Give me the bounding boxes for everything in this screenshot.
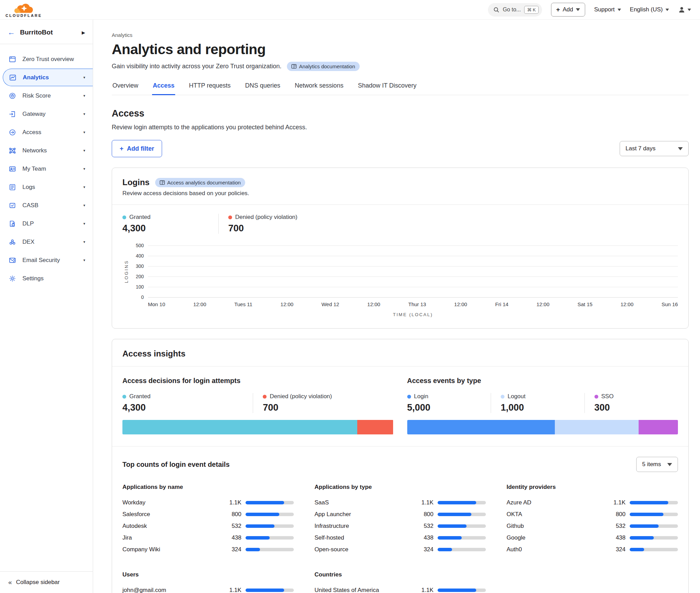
row-value: 1.1K (413, 587, 433, 593)
tab-http-requests[interactable]: HTTP requests (188, 82, 231, 95)
table-row[interactable]: Open-source324 (314, 544, 486, 555)
legend-value: 700 (263, 402, 383, 413)
tab-shadow-it-discovery[interactable]: Shadow IT Discovery (357, 82, 417, 95)
table-row[interactable]: Google438 (507, 532, 678, 544)
expand-right-icon[interactable]: ▶ (82, 30, 85, 35)
x-axis-title: TIME (LOCAL) (148, 312, 678, 317)
row-progress-fill (630, 501, 668, 504)
table-row[interactable]: Salesforce800 (122, 509, 294, 520)
table-row[interactable]: Azure AD1.1K (507, 497, 678, 509)
add-button[interactable]: + Add (551, 3, 585, 17)
sidebar-item-dex[interactable]: DEX▼ (0, 233, 93, 251)
x-tick-label: 12:00 (454, 301, 467, 307)
denied-legend: Denied (policy violation) 700 (218, 214, 308, 234)
language-label: English (US) (630, 6, 663, 13)
plus-icon: + (556, 6, 560, 13)
search-shortcut-badge: ⌘ K (524, 6, 538, 14)
sidebar-item-label: Email Security (22, 257, 77, 264)
collapse-sidebar-button[interactable]: « Collapse sidebar (0, 571, 93, 593)
table-row[interactable]: Auth0324 (507, 544, 678, 555)
table-row[interactable]: Company Wiki324 (122, 544, 294, 555)
my-team-icon (8, 165, 17, 173)
y-tick-label: 400 (130, 253, 144, 259)
table-row[interactable]: SaaS1.1K (314, 497, 486, 509)
sidebar-item-my-team[interactable]: My Team▼ (0, 160, 93, 178)
team-switcher[interactable]: ← BurritoBot ▶ (0, 24, 93, 44)
global-search[interactable]: Go to... ⌘ K (488, 3, 542, 17)
support-menu[interactable]: Support (594, 6, 621, 13)
row-progress-track (438, 589, 486, 592)
back-arrow-icon[interactable]: ← (8, 28, 15, 37)
table-row[interactable]: App Launcher800 (314, 509, 486, 520)
bar-segment-login (407, 420, 555, 434)
x-tick-label: Sat 15 (578, 301, 592, 307)
legend-label: Granted (129, 393, 150, 400)
table-row[interactable]: OKTA800 (507, 509, 678, 520)
sidebar-item-casb[interactable]: CASB▼ (0, 197, 93, 214)
row-label: Open-source (314, 546, 413, 553)
language-menu[interactable]: English (US) (630, 6, 669, 13)
denied-label: Denied (policy violation) (235, 214, 297, 221)
brand-name: CLOUDFLARE (6, 14, 42, 18)
table-row[interactable]: Github532 (507, 520, 678, 532)
chevron-down-icon (576, 8, 580, 11)
row-progress-track (246, 513, 294, 516)
x-tick-label: Fri 14 (495, 301, 508, 307)
sidebar-item-dlp[interactable]: DLP▼ (0, 215, 93, 232)
access-decisions-title: Access decisions for login attempts (122, 377, 393, 385)
legend-dot-icon (407, 395, 411, 399)
access-insights-title: Access insights (122, 349, 678, 359)
access-insights-card: Access insights Access decisions for log… (112, 339, 689, 593)
sidebar-item-label: Logs (22, 184, 77, 191)
row-progress-fill (438, 524, 467, 528)
y-tick-label: 300 (130, 263, 144, 269)
analytics-documentation-label: Analytics documentation (299, 63, 355, 69)
table-row[interactable]: Jira438 (122, 532, 294, 544)
table-title: Users (122, 571, 294, 578)
table-row[interactable]: Autodesk532 (122, 520, 294, 532)
add-filter-button[interactable]: + Add filter (112, 140, 162, 157)
table-row[interactable]: Workday1.1K (122, 497, 294, 509)
sidebar-item-networks[interactable]: Networks▼ (0, 142, 93, 159)
table-row[interactable]: Infrastructure532 (314, 520, 486, 532)
analytics-documentation-badge[interactable]: Analytics documentation (287, 62, 360, 71)
access-events-legend: Login5,000Logout1,000SSO300 (407, 393, 678, 413)
sidebar-item-access[interactable]: Access▼ (0, 123, 93, 141)
legend-dot-icon (122, 395, 126, 399)
sidebar-item-email-security[interactable]: Email Security▼ (0, 251, 93, 269)
row-progress-fill (630, 513, 663, 516)
sidebar-item-logs[interactable]: Logs▼ (0, 178, 93, 196)
tab-overview[interactable]: Overview (112, 82, 139, 95)
row-value: 800 (606, 511, 626, 518)
sidebar-item-risk-score[interactable]: Risk Score▼ (0, 87, 93, 104)
row-progress-track (630, 513, 678, 516)
tab-network-sessions[interactable]: Network sessions (294, 82, 344, 95)
x-tick-label: Tues 11 (234, 301, 252, 307)
x-tick-label: 12:00 (537, 301, 550, 307)
access-analytics-documentation-badge[interactable]: Access analytics documentation (155, 178, 245, 187)
table-row[interactable]: john@gmail.com1.1K (122, 584, 294, 593)
sidebar-item-settings[interactable]: Settings (0, 270, 93, 287)
table-row[interactable]: United States of America1.1K (314, 584, 486, 593)
sidebar-item-gateway[interactable]: Gateway▼ (0, 105, 93, 123)
legend-label: Denied (policy violation) (270, 393, 332, 400)
row-progress-track (438, 536, 486, 540)
x-tick-label: Wed 12 (321, 301, 339, 307)
row-label: john@gmail.com (122, 587, 221, 593)
x-tick-label: 12:00 (367, 301, 380, 307)
sidebar-item-label: DEX (22, 239, 77, 245)
chevron-down-icon: ▼ (83, 204, 86, 207)
tab-dns-queries[interactable]: DNS queries (244, 82, 281, 95)
legend-value: 300 (594, 402, 668, 413)
sidebar-item-analytics[interactable]: Analytics▼ (3, 69, 93, 86)
items-count-select[interactable]: 5 items (636, 457, 678, 472)
dlp-icon (8, 220, 17, 228)
table-row[interactable]: Self-hosted438 (314, 532, 486, 544)
sidebar-item-zero-trust-overview[interactable]: Zero Trust overview (0, 50, 93, 68)
account-menu[interactable] (678, 6, 691, 13)
sidebar: ← BurritoBot ▶ Zero Trust overviewAnalyt… (0, 20, 93, 593)
tab-access[interactable]: Access (152, 82, 175, 95)
time-range-select[interactable]: Last 7 days (620, 141, 689, 156)
row-progress-fill (438, 501, 476, 504)
access-events-block: Access events by type Login5,000Logout1,… (407, 377, 678, 434)
